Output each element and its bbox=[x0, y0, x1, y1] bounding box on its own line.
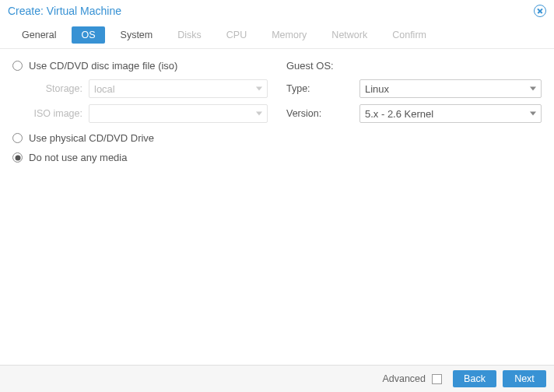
type-combo[interactable]: Linux bbox=[359, 79, 542, 98]
guest-os-title: Guest OS: bbox=[286, 60, 542, 72]
radio-physical-label: Use physical CD/DVD Drive bbox=[29, 132, 154, 144]
storage-field: Storage: local bbox=[26, 79, 268, 98]
type-label: Type: bbox=[286, 83, 353, 94]
version-label: Version: bbox=[286, 108, 353, 119]
radio-icon bbox=[12, 152, 23, 163]
next-button[interactable]: Next bbox=[503, 370, 546, 387]
advanced-checkbox[interactable] bbox=[432, 374, 442, 384]
version-value: 5.x - 2.6 Kernel bbox=[365, 108, 433, 120]
dialog-body: Use CD/DVD disc image file (iso) Storage… bbox=[0, 49, 554, 365]
type-row: Type: Linux bbox=[286, 79, 542, 98]
dialog-title: Create: Virtual Machine bbox=[8, 5, 121, 17]
chevron-down-icon bbox=[256, 87, 262, 91]
tab-network: Network bbox=[322, 26, 377, 44]
isoimage-combo bbox=[89, 104, 268, 123]
tab-os[interactable]: OS bbox=[72, 26, 104, 44]
type-value: Linux bbox=[365, 83, 389, 95]
isoimage-label: ISO image: bbox=[26, 108, 82, 119]
tabs: General OS System Disks CPU Memory Netwo… bbox=[0, 23, 554, 49]
version-combo[interactable]: 5.x - 2.6 Kernel bbox=[359, 104, 542, 123]
radio-no-media[interactable]: Do not use any media bbox=[12, 152, 268, 163]
chevron-down-icon bbox=[530, 112, 536, 116]
radio-use-iso[interactable]: Use CD/DVD disc image file (iso) bbox=[12, 60, 268, 72]
tab-disks: Disks bbox=[168, 26, 211, 44]
tab-cpu: CPU bbox=[217, 26, 256, 44]
tab-confirm: Confirm bbox=[383, 26, 436, 44]
tab-memory: Memory bbox=[262, 26, 316, 44]
radio-icon bbox=[12, 133, 23, 143]
isoimage-field: ISO image: bbox=[26, 104, 268, 123]
storage-combo: local bbox=[89, 79, 268, 98]
radio-no-media-label: Do not use any media bbox=[29, 152, 127, 163]
radio-use-iso-label: Use CD/DVD disc image file (iso) bbox=[29, 60, 177, 72]
back-button[interactable]: Back bbox=[453, 370, 496, 387]
version-row: Version: 5.x - 2.6 Kernel bbox=[286, 104, 542, 123]
chevron-down-icon bbox=[530, 87, 536, 91]
guest-column: Guest OS: Type: Linux Version: 5.x - 2.6… bbox=[286, 60, 542, 354]
storage-label: Storage: bbox=[26, 83, 82, 94]
storage-value: local bbox=[94, 83, 115, 95]
media-column: Use CD/DVD disc image file (iso) Storage… bbox=[12, 60, 268, 354]
tab-general[interactable]: General bbox=[12, 26, 65, 44]
dialog-footer: Advanced Back Next bbox=[0, 365, 554, 392]
close-icon[interactable] bbox=[534, 5, 546, 17]
tab-system[interactable]: System bbox=[111, 26, 163, 44]
chevron-down-icon bbox=[256, 112, 262, 116]
dialog-header: Create: Virtual Machine bbox=[0, 0, 554, 23]
radio-physical[interactable]: Use physical CD/DVD Drive bbox=[12, 132, 268, 144]
advanced-label: Advanced bbox=[382, 373, 426, 384]
radio-icon bbox=[12, 61, 23, 71]
